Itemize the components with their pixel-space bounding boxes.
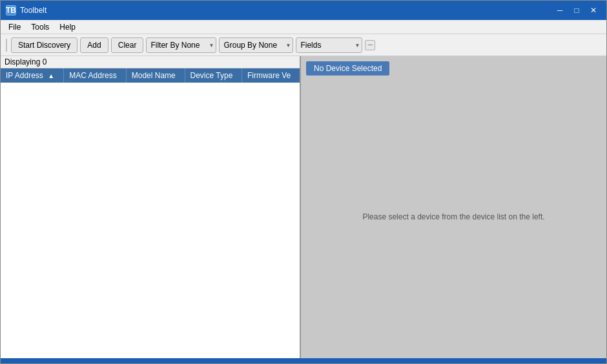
col-ip-address[interactable]: IP Address ▲ [1,68,64,83]
group-dropdown-wrapper[interactable]: Group By None Group By Type Group By Mod… [219,37,293,53]
title-bar-left: TB Toolbelt [6,5,46,15]
menu-bar: File Tools Help [1,20,606,34]
filter-dropdown[interactable]: Filter By None Filter By IP Filter By Mo… [146,37,216,53]
start-discovery-button[interactable]: Start Discovery [11,37,77,53]
col-device-type[interactable]: Device Type [185,68,242,83]
right-panel-empty-message: Please select a device from the device l… [301,76,606,358]
add-button[interactable]: Add [80,37,108,53]
toolbar: Start Discovery Add Clear Filter By None… [1,34,606,56]
device-table-container: IP Address ▲ MAC Address Model Name Devi… [1,68,300,358]
app-icon: TB [6,5,16,15]
toolbar-minimize-button[interactable]: ─ [365,40,375,50]
displaying-count: Displaying 0 [5,57,46,66]
no-device-selected-header: No Device Selected [306,61,389,76]
table-header: IP Address ▲ MAC Address Model Name Devi… [1,68,300,83]
filter-dropdown-wrapper[interactable]: Filter By None Filter By IP Filter By Mo… [146,37,216,53]
window-title: Toolbelt [20,6,46,15]
clear-button[interactable]: Clear [111,37,144,53]
menu-item-file[interactable]: File [3,21,26,33]
device-table: IP Address ▲ MAC Address Model Name Devi… [1,68,300,83]
table-header-row: IP Address ▲ MAC Address Model Name Devi… [1,68,300,83]
status-bar: Displaying 0 [1,56,300,68]
fields-dropdown-wrapper[interactable]: Fields IP Address MAC Address Model Name… [296,37,362,53]
main-window: TB Toolbelt ─ □ ✕ File Tools Help Start … [0,0,607,364]
col-model-name[interactable]: Model Name [126,68,185,83]
toolbar-separator-1 [6,39,7,52]
minimize-button[interactable]: ─ [552,4,568,17]
group-dropdown[interactable]: Group By None Group By Type Group By Mod… [219,37,293,53]
col-firmware-version[interactable]: Firmware Ve [242,68,300,83]
right-panel: No Device Selected Please select a devic… [301,56,606,358]
close-button[interactable]: ✕ [586,4,601,17]
title-bar-controls: ─ □ ✕ [552,4,601,17]
menu-item-help[interactable]: Help [54,21,81,33]
sort-arrow-ip: ▲ [48,72,54,79]
maximize-button[interactable]: □ [569,4,584,17]
fields-dropdown[interactable]: Fields IP Address MAC Address Model Name… [296,37,362,53]
content-area: Displaying 0 IP Address ▲ MAC Address [1,56,606,358]
menu-item-tools[interactable]: Tools [26,21,54,33]
title-bar: TB Toolbelt ─ □ ✕ [1,1,606,20]
bottom-bar [1,358,606,363]
left-panel: Displaying 0 IP Address ▲ MAC Address [1,56,301,358]
col-mac-address[interactable]: MAC Address [64,68,126,83]
